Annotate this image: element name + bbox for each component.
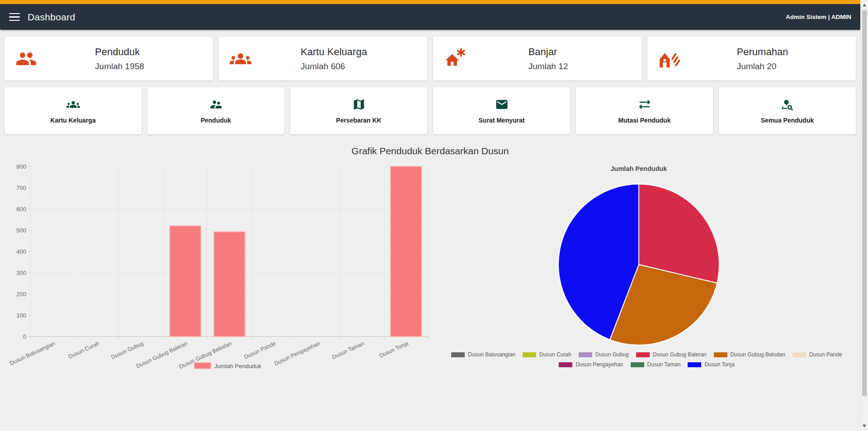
stat-card-text: BanjarJumlah 12	[466, 46, 631, 71]
bar-y-tick-label: 400	[16, 248, 26, 255]
shortcut-button-label: Semua Penduduk	[761, 117, 814, 124]
pie-legend: Dusun BatusangianDusun CurahDusun GubugD…	[441, 351, 853, 371]
pie-legend-label: Dusun Taman	[647, 361, 681, 368]
bar-x-tick-label: Dusun Gubug	[110, 340, 145, 360]
scrollbar-up-arrow[interactable]	[861, 1, 868, 9]
legend-swatch	[194, 363, 211, 369]
top-accent-bar	[0, 0, 860, 4]
scrollbar[interactable]	[860, 0, 868, 431]
pie-legend-label: Dusun Curah	[539, 351, 571, 358]
stat-card-title: Perumahan	[737, 46, 788, 58]
legend-swatch	[523, 352, 536, 357]
scrollbar-thumb[interactable]	[862, 10, 867, 396]
stat-card-subtitle: Jumlah 20	[737, 62, 788, 71]
stat-card-perumahan[interactable]: PerumahanJumlah 20	[647, 37, 856, 81]
legend-swatch	[451, 352, 465, 357]
houses-icon	[658, 48, 680, 70]
shortcut-button-label: Mutasi Penduduk	[618, 117, 671, 124]
shortcut-button-surat-menyurat[interactable]: Surat Menyurat	[433, 87, 570, 134]
shortcut-button-mutasi-penduduk[interactable]: Mutasi Penduduk	[576, 87, 713, 134]
bar-chart-canvas: 0100200300400500600700800Dusun Batusangi…	[5, 160, 435, 374]
stat-card-kartu-keluarga[interactable]: Kartu KeluargaJumlah 606	[219, 37, 427, 81]
navbar: Dashboard Admin Sistem | ADMIN	[0, 4, 860, 30]
bar-dusun-gubug-baleran	[170, 226, 201, 336]
stat-card-subtitle: Jumlah 606	[301, 62, 367, 71]
menu-icon[interactable]	[9, 12, 20, 22]
pie-chart: Jumlah Penduduk Dusun BatusangianDusun C…	[438, 160, 856, 371]
pie-legend-label: Dusun Tonja	[704, 361, 735, 368]
mail-icon	[495, 98, 509, 111]
bar-legend[interactable]: Jumlah Penduduk	[194, 363, 262, 369]
legend-swatch	[631, 362, 644, 367]
legend-swatch	[793, 352, 806, 357]
legend-swatch	[688, 362, 701, 367]
person-search-icon	[781, 98, 794, 111]
shortcut-button-label: Surat Menyurat	[479, 117, 525, 124]
pie-legend-item-dusun-gubug[interactable]: Dusun Gubug	[579, 351, 629, 358]
bar-x-tick-label: Dusun Taman	[331, 340, 365, 360]
pie-legend-label: Dusun Batusangian	[468, 351, 515, 358]
bar-y-tick-label: 700	[16, 185, 26, 191]
pie-legend-label: Dusun Gubug	[595, 351, 629, 358]
stat-card-text: Kartu KeluargaJumlah 606	[251, 46, 416, 71]
pie-legend-item-dusun-pengayehan[interactable]: Dusun Pengayehan	[559, 361, 623, 368]
scrollbar-down-arrow[interactable]	[861, 422, 868, 430]
bar-chart: 0100200300400500600700800Dusun Batusangi…	[5, 160, 438, 375]
bar-y-tick-label: 200	[16, 291, 26, 298]
bar-y-tick-label: 500	[16, 227, 26, 234]
shortcut-button-persebaran-kk[interactable]: Persebaran KK	[290, 87, 427, 134]
pie-legend-item-dusun-batusangian[interactable]: Dusun Batusangian	[451, 351, 515, 358]
shortcut-button-label: Penduduk	[201, 117, 231, 124]
transfer-arrows-icon	[638, 98, 651, 111]
stat-card-text: PerumahanJumlah 20	[680, 46, 845, 71]
bar-dusun-gubug-belodan	[214, 232, 245, 336]
shortcut-buttons-row: Kartu KeluargaPendudukPersebaran KKSurat…	[5, 87, 856, 134]
stat-card-title: Banjar	[528, 46, 568, 58]
pie-chart-canvas: Jumlah Penduduk	[438, 160, 856, 347]
shortcut-button-semua-penduduk[interactable]: Semua Penduduk	[719, 87, 856, 134]
user-info[interactable]: Admin Sistem | ADMIN	[786, 14, 851, 20]
bar-x-tick-label: Dusun Tonja	[378, 340, 410, 359]
pie-legend-item-dusun-pande[interactable]: Dusun Pande	[793, 351, 842, 358]
people-icon	[15, 48, 37, 70]
house-snowflake-icon	[444, 48, 466, 70]
legend-swatch	[636, 352, 650, 357]
bar-y-tick-label: 600	[16, 206, 26, 213]
stat-card-subtitle: Jumlah 1958	[95, 62, 144, 71]
groups-icon	[230, 48, 251, 70]
bar-x-tick-label: Dusun Pande	[243, 340, 277, 360]
stat-card-banjar[interactable]: BanjarJumlah 12	[433, 37, 642, 81]
groups-icon	[66, 98, 80, 111]
pie-title: Jumlah Penduduk	[611, 165, 668, 172]
pie-legend-item-dusun-curah[interactable]: Dusun Curah	[523, 351, 571, 358]
legend-swatch	[579, 352, 592, 357]
bar-x-tick-label: Dusun Batusangian	[9, 340, 56, 367]
stat-card-text: PendudukJumlah 1958	[37, 46, 202, 71]
legend-swatch	[714, 352, 727, 357]
stat-card-penduduk[interactable]: PendudukJumlah 1958	[5, 37, 213, 81]
shortcut-button-kartu-keluarga[interactable]: Kartu Keluarga	[5, 87, 142, 134]
bar-y-tick-label: 800	[16, 163, 26, 170]
shortcut-button-label: Kartu Keluarga	[50, 117, 95, 124]
pie-legend-item-dusun-taman[interactable]: Dusun Taman	[631, 361, 681, 368]
shortcut-button-penduduk[interactable]: Penduduk	[147, 87, 284, 134]
bar-y-tick-label: 100	[16, 312, 26, 319]
bar-y-tick-label: 300	[16, 270, 26, 276]
pie-legend-label: Dusun Pengayehan	[576, 361, 623, 368]
supervisor-icon	[209, 98, 223, 111]
pie-legend-item-dusun-tonja[interactable]: Dusun Tonja	[688, 361, 735, 368]
pie-legend-item-dusun-gubug-baleran[interactable]: Dusun Gubug Baleran	[636, 351, 707, 358]
charts-row: 0100200300400500600700800Dusun Batusangi…	[5, 160, 856, 375]
pie-legend-item-dusun-gubug-belodan[interactable]: Dusun Gubug Belodan	[714, 351, 785, 358]
bar-x-tick-label: Dusun Curah	[67, 340, 100, 360]
section-title: Grafik Penduduk Berdasarkan Dusun	[5, 146, 856, 156]
legend-swatch	[559, 362, 572, 367]
main-content: PendudukJumlah 1958Kartu KeluargaJumlah …	[0, 37, 860, 375]
stat-card-title: Penduduk	[95, 46, 144, 58]
map-icon	[352, 98, 366, 111]
bar-y-tick-label: 0	[23, 333, 26, 340]
pie-legend-label: Dusun Gubug Belodan	[731, 351, 785, 358]
page-title: Dashboard	[28, 12, 75, 23]
pie-legend-label: Dusun Gubug Baleran	[653, 351, 707, 358]
bar-legend-label: Jumlah Penduduk	[214, 363, 262, 369]
